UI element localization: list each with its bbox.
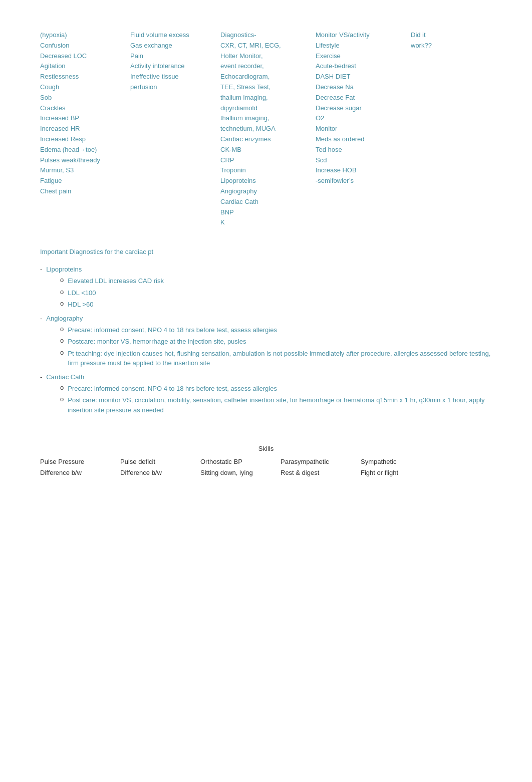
o-bullet: o — [60, 325, 64, 333]
sub-text: Pt teaching: dye injection causes hot, f… — [68, 349, 492, 368]
list-section: -AngiographyoPrecare: informed consent, … — [40, 315, 492, 368]
col1: (hypoxia)ConfusionDecreased LOCAgitation… — [40, 30, 130, 228]
sub-text: HDL >60 — [68, 300, 93, 310]
sub-list: oPrecare: informed consent, NPO 4 to 18 … — [60, 325, 492, 368]
col-line: event recorder, — [220, 61, 316, 72]
dash-bullet: - — [40, 373, 42, 381]
skill-col: Pulse deficitDifference b/w — [120, 456, 200, 478]
sub-text: Elevated LDL increases CAD risk — [68, 276, 164, 286]
col-line: Exercise — [316, 51, 411, 62]
o-bullet: o — [60, 349, 64, 356]
dash-bullet: - — [40, 266, 42, 273]
col-line: Diagnostics- — [220, 30, 316, 41]
col-line: Agitation — [40, 61, 130, 72]
sub-item: oPt teaching: dye injection causes hot, … — [60, 349, 492, 368]
col-line: Acute-bedrest — [316, 61, 411, 72]
o-bullet: o — [60, 276, 64, 284]
col-line: Increase HOB — [316, 165, 411, 176]
list-item-top: -Cardiac Cath — [40, 373, 492, 381]
o-bullet: o — [60, 300, 64, 307]
skill-line: Pulse Pressure — [40, 456, 120, 467]
col-line: Fatigue — [40, 176, 130, 186]
col3: Diagnostics-CXR, CT, MRI, ECG,Holter Mon… — [220, 30, 316, 228]
sub-item: oHDL >60 — [60, 300, 492, 310]
col-line: Monitor — [316, 124, 411, 134]
col-line: Sob — [40, 93, 130, 103]
col-line: dipyrdiamold — [220, 103, 316, 114]
col-line: Did it — [411, 30, 471, 41]
o-bullet: o — [60, 384, 64, 391]
col-line: Decreased LOC — [40, 51, 130, 62]
col-line: Cardiac enzymes — [220, 134, 316, 145]
sub-item: oLDL <100 — [60, 288, 492, 298]
list-label: Lipoproteins — [46, 266, 82, 273]
col-line: Holter Monitor, — [220, 51, 316, 62]
col-line: Meds as ordered — [316, 134, 411, 145]
col-line: thalium imaging, — [220, 93, 316, 103]
col-line: thallium imaging, — [220, 113, 316, 124]
col-line: Ted hose — [316, 145, 411, 155]
list-label: Cardiac Cath — [46, 373, 84, 381]
col-line: Increased BP — [40, 113, 130, 124]
col-line: Fluid volume excess — [130, 30, 220, 41]
skills-grid: Pulse PressureDifference b/wPulse defici… — [40, 456, 492, 478]
skills-title: Skills — [40, 445, 492, 452]
col-line: Monitor VS/activity — [316, 30, 411, 41]
col-line: Angiography — [220, 186, 316, 197]
col-line: Pulses weak/thready — [40, 155, 130, 166]
col-line: Cardiac Cath — [220, 197, 316, 207]
sub-item: oPostcare: monitor VS, hemorrhage at the… — [60, 337, 492, 347]
col-line: Increased Resp — [40, 134, 130, 145]
col-line: Restlessness — [40, 72, 130, 82]
col-line: Edema (head→toe) — [40, 145, 130, 155]
list-section: -Cardiac CathoPrecare: informed consent,… — [40, 373, 492, 415]
skill-col: Orthostatic BPSitting down, lying — [200, 456, 281, 478]
list-label: Angiography — [46, 315, 83, 322]
sub-list: oElevated LDL increases CAD riskoLDL <10… — [60, 276, 492, 310]
skill-line: Rest & digest — [281, 467, 361, 478]
skill-col: SympatheticFight or flight — [361, 456, 441, 478]
o-bullet: o — [60, 395, 64, 403]
col-line: CRP — [220, 155, 316, 166]
col-line: Troponin — [220, 165, 316, 176]
col-line: Gas exchange — [130, 41, 220, 51]
sub-item: oElevated LDL increases CAD risk — [60, 276, 492, 286]
col-line: work?? — [411, 41, 471, 51]
col-line: Echocardiogram, — [220, 72, 316, 82]
col-line: Pain — [130, 51, 220, 62]
col-line: CK-MB — [220, 145, 316, 155]
col-line: Scd — [316, 155, 411, 166]
col-line: Ineffective tissue — [130, 72, 220, 82]
sub-text: Precare: informed consent, NPO 4 to 18 h… — [68, 325, 277, 335]
col-line: Activity intolerance — [130, 61, 220, 72]
col5: Did itwork?? — [411, 30, 471, 228]
col-line: perfusion — [130, 82, 220, 93]
col-line: (hypoxia) — [40, 30, 130, 41]
col-line: Decrease Fat — [316, 93, 411, 103]
o-bullet: o — [60, 337, 64, 344]
sub-text: Post care: monitor VS, circulation, mobi… — [68, 395, 492, 415]
col-line: technetium, MUGA — [220, 124, 316, 134]
top-grid: (hypoxia)ConfusionDecreased LOCAgitation… — [40, 30, 492, 228]
col-line: O2 — [316, 113, 411, 124]
col-line: Decrease sugar — [316, 103, 411, 114]
skill-line: Orthostatic BP — [200, 456, 281, 467]
col-line: CXR, CT, MRI, ECG, — [220, 41, 316, 51]
skill-line: Pulse deficit — [120, 456, 200, 467]
col-line: Cough — [40, 82, 130, 93]
col-line: K — [220, 217, 316, 228]
sub-item: oPost care: monitor VS, circulation, mob… — [60, 395, 492, 415]
col-line: Confusion — [40, 41, 130, 51]
sub-text: Postcare: monitor VS, hemorrhage at the … — [68, 337, 246, 347]
col-line: TEE, Stress Test, — [220, 82, 316, 93]
list-item-top: -Lipoproteins — [40, 266, 492, 273]
skill-line: Sympathetic — [361, 456, 441, 467]
skill-col: Pulse PressureDifference b/w — [40, 456, 120, 478]
dash-bullet: - — [40, 315, 42, 322]
sub-list: oPrecare: informed consent, NPO 4 to 18 … — [60, 384, 492, 415]
col-line: Increased HR — [40, 124, 130, 134]
diagnostics-list: -LipoproteinsoElevated LDL increases CAD… — [40, 266, 492, 415]
list-item-top: -Angiography — [40, 315, 492, 322]
col-line: BNP — [220, 207, 316, 218]
skills-section: Skills Pulse PressureDifference b/wPulse… — [40, 445, 492, 478]
